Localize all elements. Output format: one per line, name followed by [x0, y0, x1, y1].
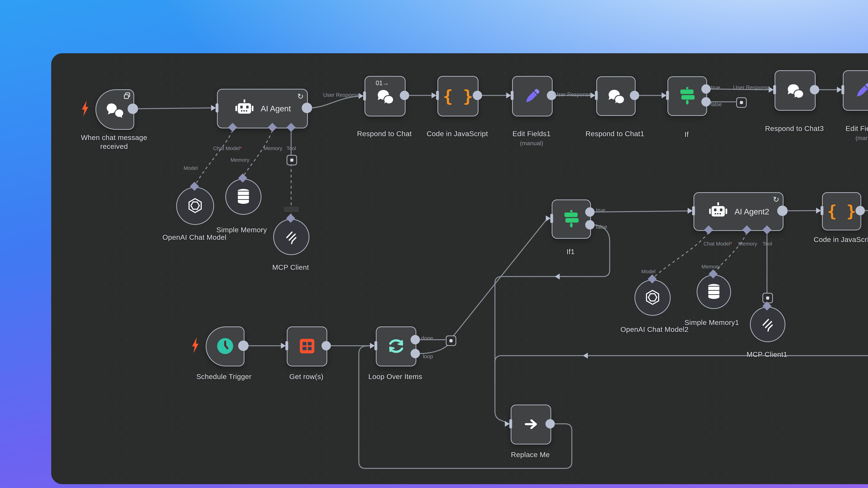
port-label-tool: Tool	[286, 145, 296, 151]
port-label-model: Model	[641, 268, 655, 274]
node-respond-to-chat1[interactable]	[596, 76, 636, 116]
junction-tool-edge2[interactable]	[763, 293, 773, 303]
edge-label-user-response: User Response	[733, 85, 770, 91]
node-label: Schedule Trigger	[196, 372, 252, 381]
if-filter-icon	[678, 86, 697, 106]
node-label: When chat message received	[77, 133, 151, 151]
node-get-rows[interactable]	[287, 326, 327, 366]
database-icon	[706, 283, 722, 300]
port-label-memory: Memory	[230, 157, 249, 163]
arrow-right-icon	[522, 416, 540, 433]
node-label: Edit Fields	[846, 125, 868, 133]
node-label: Edit Fields1	[513, 130, 551, 138]
pencil-icon	[854, 81, 868, 100]
edge-label-true: true	[711, 85, 720, 91]
junction-if-false[interactable]	[736, 97, 747, 108]
node-respond-to-chat3[interactable]	[775, 70, 815, 111]
node-code-in-javascript[interactable]: { }	[437, 76, 478, 117]
required-asterisk: *	[240, 145, 242, 151]
subnode-simple-memory1[interactable]	[696, 274, 731, 309]
if-filter-icon	[562, 209, 581, 229]
clock-icon	[216, 336, 235, 356]
pinned-data-badge: 01→	[376, 79, 389, 87]
subnode-label: OpenAI Chat Model2	[620, 325, 688, 334]
robot-icon	[708, 201, 728, 222]
node-label: Respond to Chat	[357, 130, 412, 138]
node-replace-me[interactable]	[511, 404, 551, 445]
code-braces-icon: { }	[443, 87, 473, 106]
required-asterisk: *	[730, 241, 732, 247]
workflow-canvas[interactable]	[51, 53, 868, 484]
node-sublabel: (manual)	[520, 140, 543, 147]
node-sublabel: (manual)	[856, 135, 868, 141]
junction-dot	[290, 159, 293, 162]
node-label: Replace Me	[511, 451, 550, 459]
port-label-memory: Memory	[264, 145, 282, 151]
openai-icon	[644, 289, 661, 307]
node-label: Get row(s)	[289, 372, 323, 381]
node-edit-fields2[interactable]	[843, 70, 868, 111]
subnode-label: MCP Client1	[747, 351, 787, 359]
subnode-mcp-client1[interactable]	[750, 307, 785, 342]
edge-label-done: done	[421, 335, 433, 341]
mcp-icon	[760, 316, 775, 332]
refresh-icon[interactable]: ↻	[297, 92, 304, 101]
subnode-label: Simple Memory1	[684, 319, 739, 327]
edge-label-loop: loop	[423, 353, 433, 360]
port-label-model: Model	[184, 165, 198, 171]
subnode-label: Simple Memory	[216, 226, 267, 234]
subnode-openai-chat-model[interactable]	[176, 187, 214, 225]
refresh-icon[interactable]: ↻	[773, 195, 779, 204]
openai-icon	[186, 197, 204, 215]
pencil-icon	[523, 87, 542, 106]
node-label: Respond to Chat3	[765, 125, 824, 133]
subnode-simple-memory[interactable]	[225, 179, 261, 215]
subnode-label: MCP Client	[272, 263, 309, 271]
chat-bubbles-icon	[375, 87, 395, 105]
lightning-bolt-icon	[79, 100, 91, 118]
database-icon	[236, 188, 251, 205]
node-code-in-javascript1[interactable]: { }	[822, 192, 861, 230]
spreadsheet-icon	[299, 337, 316, 355]
node-label: Loop Over Items	[368, 372, 422, 381]
subnode-mcp-client[interactable]	[273, 219, 309, 255]
node-loop-over-items[interactable]	[376, 326, 416, 366]
node-if[interactable]	[668, 76, 707, 116]
port-label-tool: Tool	[763, 241, 772, 247]
port-label-memory: Memory	[702, 264, 720, 269]
node-schedule-trigger[interactable]	[206, 326, 244, 366]
subnode-openai-chat-model2[interactable]	[634, 280, 671, 316]
node-when-chat-message-received[interactable]	[95, 89, 134, 130]
port-label-memory: Memory	[738, 241, 757, 247]
port-label-chat-model: Chat Model*	[704, 241, 732, 247]
edge-label-false: false	[710, 101, 722, 107]
chat-bubbles-icon	[607, 87, 625, 105]
code-braces-icon: { }	[827, 202, 856, 221]
node-if1[interactable]	[552, 199, 591, 239]
node-ai-agent[interactable]: AI Agent ↻	[217, 89, 308, 128]
node-label: Code in JavaScript1	[814, 236, 868, 244]
junction-dot	[766, 296, 769, 300]
edge-label-false: false	[596, 224, 607, 230]
lightning-bolt-icon	[189, 336, 202, 355]
junction-loop[interactable]	[446, 335, 456, 346]
node-title: AI Agent	[261, 104, 291, 113]
junction-dot	[450, 339, 453, 342]
node-ai-agent2[interactable]: AI Agent2 ↻	[693, 192, 783, 231]
node-label: Respond to Chat1	[586, 130, 644, 138]
edge-label-true: true	[596, 207, 605, 214]
robot-icon	[234, 98, 255, 119]
tool-edge-chip	[283, 206, 299, 212]
edge-label-user-response: User Response	[323, 92, 360, 98]
edge-label-user-response: User Response	[554, 91, 591, 98]
junction-dot	[740, 101, 743, 104]
node-edit-fields1[interactable]	[512, 76, 553, 117]
port-label-chat-model: Chat Model*	[213, 145, 242, 151]
node-respond-to-chat[interactable]: 01→	[365, 76, 406, 117]
junction-tool-edge[interactable]	[287, 155, 297, 165]
node-label: Code in JavaScript	[427, 130, 488, 138]
chat-trigger-icon	[105, 101, 124, 119]
subnode-label: OpenAI Chat Model	[162, 233, 226, 241]
node-label: If	[684, 130, 689, 139]
node-label: If1	[566, 248, 575, 256]
